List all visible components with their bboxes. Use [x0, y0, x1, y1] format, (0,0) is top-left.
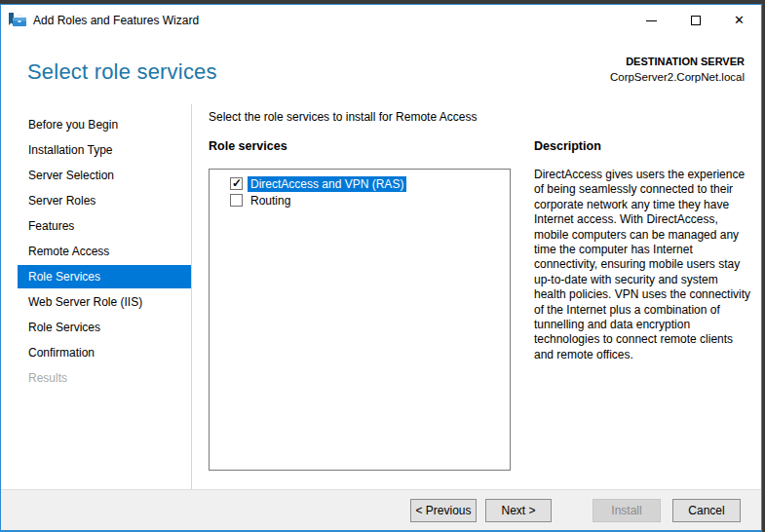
- role-services-listbox[interactable]: DirectAccess and VPN (RAS) Routing: [209, 169, 511, 471]
- title-bar: Add Roles and Features Wizard ✕: [1, 5, 761, 35]
- close-icon: ✕: [734, 14, 745, 26]
- sidebar-item-web-server-role-iis[interactable]: Web Server Role (IIS): [1, 289, 191, 315]
- window-controls: ✕: [630, 5, 761, 35]
- page-title: Select role services: [27, 59, 217, 85]
- destination-server-block: DESTINATION SERVER CorpServer2.CorpNet.l…: [610, 56, 745, 83]
- sidebar-item-label: Confirmation: [28, 346, 95, 360]
- sidebar-item-features[interactable]: Features: [1, 213, 191, 239]
- instruction-text: Select the role services to install for …: [209, 110, 477, 124]
- sidebar-item-label: Features: [28, 219, 74, 233]
- sidebar-item-label: Web Server Role (IIS): [28, 295, 142, 309]
- next-button[interactable]: Next >: [485, 499, 552, 522]
- window-title: Add Roles and Features Wizard: [33, 14, 199, 27]
- sidebar-item-role-services-iis[interactable]: Role Services: [1, 315, 191, 340]
- list-item-directaccess-vpn[interactable]: DirectAccess and VPN (RAS): [210, 175, 510, 192]
- previous-button[interactable]: < Previous: [410, 499, 477, 522]
- minimize-icon: [646, 20, 657, 21]
- maximize-button[interactable]: [673, 5, 717, 35]
- sidebar-item-label: Installation Type: [28, 143, 113, 157]
- sidebar-item-label: Role Services: [28, 321, 100, 334]
- list-item-label: Routing: [248, 193, 293, 209]
- destination-server-name: CorpServer2.CorpNet.local: [610, 71, 745, 83]
- cancel-button[interactable]: Cancel: [672, 499, 741, 522]
- destination-server-label: DESTINATION SERVER: [610, 56, 745, 67]
- sidebar-item-before-you-begin[interactable]: Before you Begin: [1, 112, 191, 137]
- description-text: DirectAccess gives users the experience …: [534, 168, 752, 362]
- desktop-background: Add Roles and Features Wizard ✕ Select r…: [0, 0, 765, 532]
- role-services-heading: Role services: [209, 139, 287, 153]
- wizard-window: Add Roles and Features Wizard ✕ Select r…: [0, 4, 762, 532]
- maximize-icon: [691, 16, 701, 25]
- sidebar-item-label: Server Selection: [28, 169, 114, 182]
- directaccess-vpn-checkbox[interactable]: [230, 177, 243, 190]
- sidebar-item-results: Results: [1, 365, 191, 391]
- sidebar-item-label: Server Roles: [28, 194, 96, 208]
- wizard-toolbox-icon: [9, 13, 26, 28]
- close-button[interactable]: ✕: [717, 5, 761, 35]
- sidebar-item-label: Role Services: [28, 270, 100, 284]
- sidebar-item-installation-type[interactable]: Installation Type: [1, 137, 191, 163]
- sidebar-item-server-roles[interactable]: Server Roles: [1, 188, 191, 213]
- wizard-nav-sidebar: Before you Begin Installation Type Serve…: [1, 112, 191, 391]
- sidebar-item-remote-access[interactable]: Remote Access: [1, 239, 191, 264]
- sidebar-item-role-services-selected[interactable]: Role Services: [18, 265, 191, 288]
- sidebar-item-label: Before you Begin: [28, 118, 118, 132]
- sidebar-item-server-selection[interactable]: Server Selection: [1, 163, 191, 188]
- footer-bar: < Previous Next > Install Cancel: [1, 489, 761, 530]
- sidebar-item-confirmation[interactable]: Confirmation: [1, 340, 191, 365]
- install-button: Install: [593, 499, 661, 522]
- sidebar-separator: [191, 104, 192, 489]
- routing-checkbox[interactable]: [230, 194, 243, 207]
- list-item-routing[interactable]: Routing: [210, 192, 510, 209]
- minimize-button[interactable]: [630, 5, 673, 35]
- sidebar-item-label: Results: [28, 371, 67, 385]
- description-heading: Description: [534, 139, 601, 153]
- sidebar-item-label: Remote Access: [28, 245, 109, 258]
- list-item-label: DirectAccess and VPN (RAS): [248, 176, 406, 192]
